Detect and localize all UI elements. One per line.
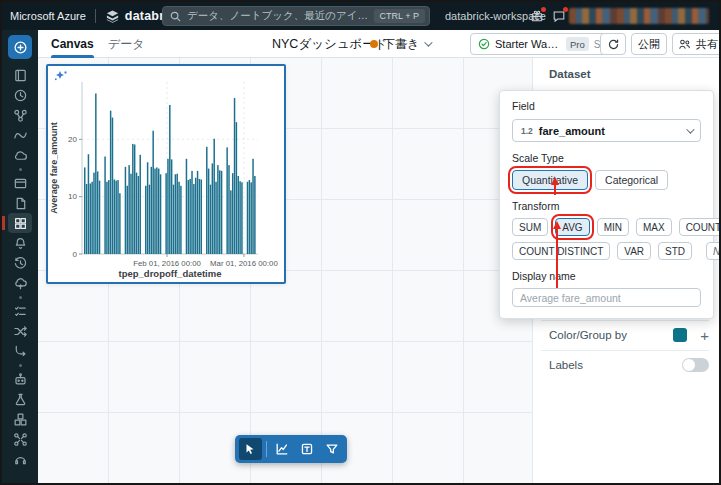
sidebar-item-recents[interactable] [8, 85, 32, 105]
field-config-popup: Field 1.2 fare_amount Scale Type Quantit… [499, 90, 714, 319]
transform-option-sum[interactable]: SUM [512, 218, 548, 236]
draft-dot-icon [370, 40, 378, 48]
labels-label: Labels [549, 359, 583, 371]
y-axis-title: Average fare_amount [49, 122, 59, 214]
bar [117, 180, 118, 254]
bar [226, 147, 227, 254]
transform-options-row2: COUNT DISTINCTVARSTD None [512, 242, 701, 260]
bar [173, 185, 174, 254]
bar [201, 179, 202, 254]
bar [145, 186, 146, 254]
sidebar-item-serving[interactable] [8, 429, 32, 449]
scale-option-categorical[interactable]: Categorical [595, 170, 668, 190]
bar [188, 180, 189, 254]
divider [541, 350, 709, 351]
sidebar-item-playground[interactable] [8, 369, 32, 389]
sidebar-item-catalog[interactable] [8, 105, 32, 125]
bar [84, 167, 85, 254]
sidebar-item-compute[interactable] [8, 145, 32, 165]
annotation-arrow-to-avg [556, 228, 558, 288]
add-chart-tool-button[interactable] [271, 438, 294, 460]
bar [232, 173, 233, 254]
bar [254, 176, 255, 254]
toolbar-divider [266, 441, 267, 457]
bar [165, 173, 166, 254]
bar [158, 169, 159, 254]
sidebar-item-pipelines[interactable] [8, 341, 32, 361]
field-select[interactable]: 1.2 fare_amount [512, 119, 701, 142]
warehouse-name: Starter Ware... [495, 38, 561, 50]
tab-canvas[interactable]: Canvas [51, 30, 94, 58]
add-filter-tool-button[interactable] [320, 438, 343, 460]
app-window: Microsoft Azure databricks データ、ノートブック、最近… [0, 0, 721, 485]
bar [132, 144, 133, 254]
bar [93, 173, 94, 254]
bar [114, 179, 115, 254]
transform-option-max[interactable]: MAX [636, 218, 672, 236]
warehouse-status-icon [478, 38, 490, 50]
add-text-tool-button[interactable] [295, 438, 318, 460]
sidebar-item-job-runs[interactable] [8, 301, 32, 321]
divider [95, 9, 96, 23]
transform-label: Transform [512, 200, 701, 212]
bar [178, 182, 179, 254]
sidebar-item-alerts[interactable] [8, 233, 32, 253]
display-name-input[interactable] [512, 288, 701, 307]
labels-toggle[interactable] [682, 358, 709, 372]
sidebar-item-query-history[interactable] [8, 253, 32, 273]
bar [213, 139, 214, 254]
dashboard-toolbar: Canvas データ NYCダッシュボード ☆ 下書き Starter Ware… [38, 30, 719, 58]
sidebar-divider [19, 293, 22, 301]
bar [152, 131, 153, 254]
bar [125, 167, 126, 254]
transform-none-button[interactable]: None [706, 242, 721, 260]
transform-option-count-distinct[interactable]: COUNT DISTINCT [512, 242, 610, 260]
transform-option-std[interactable]: STD [658, 242, 692, 260]
sidebar-item-sql-warehouses[interactable] [8, 273, 32, 293]
sidebar-item-experiments[interactable] [8, 389, 32, 409]
bar-chart: 01020Feb 01, 2016 00:00Mar 01, 2016 00:0… [48, 68, 284, 282]
bar [195, 178, 196, 254]
share-button[interactable]: 共有 [672, 33, 721, 55]
sidebar-item-data-flows[interactable] [8, 321, 32, 341]
bar [104, 157, 105, 254]
draft-status-dropdown[interactable]: 下書き [370, 30, 430, 58]
user-account-redacted[interactable] [569, 8, 709, 24]
gift-icon[interactable] [530, 9, 544, 23]
bar [239, 181, 240, 254]
x-tick-label: Mar 01, 2016 00:00 [210, 259, 278, 268]
sidebar-item-dashboards[interactable] [8, 213, 32, 233]
transform-option-var[interactable]: VAR [617, 242, 651, 260]
x-tick-label: Feb 01, 2016 00:00 [133, 259, 201, 268]
publish-button[interactable]: 公開 [631, 33, 667, 55]
color-swatch[interactable] [673, 328, 687, 342]
cursor-tool-button[interactable] [239, 438, 262, 460]
sidebar-item-assistant[interactable] [8, 449, 32, 469]
transform-option-min[interactable]: MIN [597, 218, 629, 236]
warehouse-selector[interactable]: Starter Ware... Pro S [470, 33, 619, 55]
left-nav-rail [2, 30, 38, 483]
tab-data[interactable]: データ [108, 30, 145, 58]
bar [228, 165, 229, 254]
chart-widget[interactable]: 01020Feb 01, 2016 00:00Mar 01, 2016 00:0… [46, 64, 286, 284]
new-button[interactable] [8, 35, 32, 59]
bar [99, 181, 100, 254]
bar [106, 182, 107, 254]
azure-label: Microsoft Azure [10, 10, 86, 22]
sidebar-item-workflows[interactable] [8, 125, 32, 145]
sidebar-item-sql-editor[interactable] [8, 173, 32, 193]
bar [108, 180, 109, 254]
dashboard-canvas[interactable]: 01020Feb 01, 2016 00:00Mar 01, 2016 00:0… [38, 58, 532, 483]
field-label: Field [512, 100, 701, 112]
feedback-icon[interactable] [552, 9, 566, 23]
global-search-input[interactable]: データ、ノートブック、最近のアイテムなどを検索 CTRL + P [162, 6, 430, 26]
sidebar-item-queries[interactable] [8, 193, 32, 213]
refresh-button[interactable] [600, 33, 626, 55]
bar [221, 171, 222, 254]
sidebar-item-models[interactable] [8, 409, 32, 429]
transform-option-count[interactable]: COUNT [679, 218, 721, 236]
sidebar-item-workspace[interactable] [8, 65, 32, 85]
add-color-icon[interactable]: + [700, 327, 709, 344]
bar [193, 184, 194, 254]
bar [208, 169, 209, 254]
